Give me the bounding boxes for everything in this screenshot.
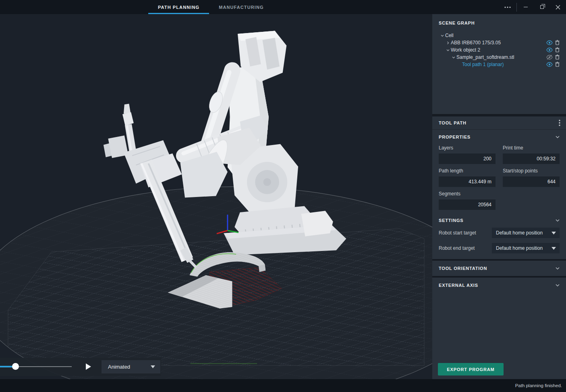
scene-graph-title: SCENE GRAPH <box>439 21 560 25</box>
tree-item-label: Tool path 1 (planar) <box>462 62 504 67</box>
field-label: Path length <box>439 168 496 174</box>
field-label: Layers <box>439 145 496 151</box>
print-time-value[interactable]: 00:59:32 <box>503 153 560 164</box>
status-message: Path planning finished. <box>515 383 566 388</box>
start-stop-points-value[interactable]: 644 <box>503 176 560 187</box>
tool-orientation-section[interactable]: TOOL ORIENTATION <box>432 261 566 276</box>
field-label: Segments <box>439 191 496 197</box>
tree-item-label: ABB IRB6700 175/3.05 <box>451 40 501 46</box>
settings-title: SETTINGS <box>439 218 463 223</box>
play-icon <box>85 363 91 370</box>
trash-icon[interactable] <box>555 47 560 52</box>
external-axis-title: EXTERNAL AXIS <box>439 283 478 288</box>
tool-path-header: TOOL PATH <box>432 116 566 130</box>
divider <box>516 3 517 12</box>
kebab-menu-icon[interactable] <box>559 120 560 126</box>
layers-value[interactable]: 200 <box>439 153 496 164</box>
field-layers: Layers 200 <box>439 145 496 164</box>
playback-bar: Animated <box>0 358 161 376</box>
tree-item-stl-part[interactable]: Sample_part_softdream.stl <box>439 54 560 61</box>
dropdown-value: Default home position <box>492 230 551 236</box>
tree-item-label: Work object 2 <box>451 47 480 53</box>
eye-visible-icon[interactable] <box>546 62 553 67</box>
tree-item-label: Cell <box>445 33 454 38</box>
collapse-chevron-icon[interactable] <box>556 284 560 286</box>
chevron-down-icon <box>551 247 556 250</box>
trash-icon[interactable] <box>555 40 560 45</box>
tree-item-cell[interactable]: Cell <box>439 32 560 39</box>
properties-section: PROPERTIES Layers 200 Print time 00:59:3… <box>432 130 566 214</box>
restore-button[interactable] <box>534 0 550 14</box>
field-start-stop-points: Start/stop points 644 <box>503 168 560 187</box>
export-program-button[interactable]: EXPORT PROGRAM <box>438 363 504 375</box>
tree-item-work-object[interactable]: Work object 2 <box>439 46 560 54</box>
chevron-down-icon <box>151 365 155 368</box>
eye-visible-icon[interactable] <box>546 40 553 45</box>
collapse-chevron-icon[interactable] <box>556 136 560 138</box>
robot-start-target-dropdown[interactable]: Default home position <box>492 228 560 238</box>
scene-graph-section: SCENE GRAPH Cell ABB IRB6700 175/3.05 <box>432 14 566 114</box>
eye-visible-icon[interactable] <box>546 48 553 52</box>
tool-orientation-title: TOOL ORIENTATION <box>439 266 487 271</box>
trash-icon[interactable] <box>555 54 560 60</box>
chevron-down-icon[interactable] <box>451 56 456 58</box>
external-axis-section[interactable]: EXTERNAL AXIS <box>432 278 566 293</box>
path-length-value[interactable]: 413.449 m <box>439 176 496 187</box>
collapse-chevron-icon[interactable] <box>556 219 560 222</box>
simulation-mode-dropdown[interactable]: Animated <box>102 360 160 373</box>
status-bar: Path planning finished. <box>0 379 566 392</box>
setting-label: Robot start target <box>439 230 476 236</box>
collapse-chevron-icon[interactable] <box>556 267 560 270</box>
setting-robot-end-target: Robot end target Default home position <box>439 243 560 253</box>
simulation-mode-value: Animated <box>102 364 151 370</box>
scene-graph-tree: Cell ABB IRB6700 175/3.05 Work object 2 <box>439 32 560 68</box>
field-segments: Segments 20564 <box>439 191 496 210</box>
field-path-length: Path length 413.449 m <box>439 168 496 187</box>
title-bar: PATH PLANNING MANUFACTURING <box>0 0 566 14</box>
more-options-icon[interactable] <box>500 0 516 14</box>
tree-item-robot[interactable]: ABB IRB6700 175/3.05 <box>439 39 560 46</box>
eye-hidden-icon[interactable] <box>546 55 553 60</box>
window-controls <box>500 0 566 14</box>
tree-item-tool-path[interactable]: Tool path 1 (planar) <box>439 61 560 68</box>
tab-path-planning[interactable]: PATH PLANNING <box>148 0 209 14</box>
dropdown-value: Default home position <box>492 245 551 251</box>
play-button[interactable] <box>83 361 93 372</box>
timeline-slider-thumb[interactable] <box>12 363 19 370</box>
robot-scene <box>0 14 432 379</box>
tab-manufacturing[interactable]: MANUFACTURING <box>209 0 273 14</box>
settings-section: SETTINGS Robot start target Default home… <box>432 214 566 259</box>
trash-icon[interactable] <box>555 62 560 67</box>
robot-end-target-dropdown[interactable]: Default home position <box>492 243 560 253</box>
tool-path-title: TOOL PATH <box>439 120 466 125</box>
field-print-time: Print time 00:59:32 <box>503 145 560 164</box>
panel-empty-space <box>432 293 566 363</box>
setting-robot-start-target: Robot start target Default home position <box>439 228 560 238</box>
main-tabs: PATH PLANNING MANUFACTURING <box>148 0 274 14</box>
minimize-button[interactable] <box>518 0 534 14</box>
segments-value[interactable]: 20564 <box>439 199 496 210</box>
chevron-right-icon[interactable] <box>447 40 449 46</box>
properties-title: PROPERTIES <box>439 135 471 139</box>
tree-item-label: Sample_part_softdream.stl <box>456 54 514 60</box>
chevron-down-icon <box>551 232 556 234</box>
chevron-down-icon[interactable] <box>445 49 451 51</box>
field-label: Print time <box>503 145 560 151</box>
field-label: Start/stop points <box>503 168 560 174</box>
close-button[interactable] <box>550 0 566 14</box>
chevron-down-icon[interactable] <box>440 35 445 37</box>
right-panel: SCENE GRAPH Cell ABB IRB6700 175/3.05 <box>432 14 566 379</box>
viewport-3d[interactable]: Animated <box>0 14 432 379</box>
setting-label: Robot end target <box>439 245 475 251</box>
